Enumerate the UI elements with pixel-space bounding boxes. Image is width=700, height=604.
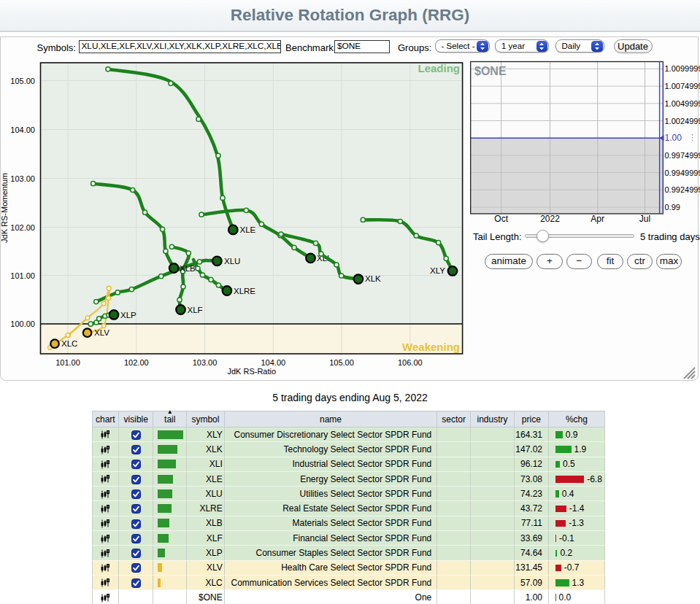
svg-text:Weakening: Weakening: [402, 341, 460, 353]
svg-text:0.9924999: 0.9924999: [665, 185, 700, 194]
svg-text:Jul: Jul: [639, 214, 650, 224]
svg-text:102.00: 102.00: [10, 223, 35, 232]
svg-text:106.00: 106.00: [398, 358, 423, 367]
svg-text:103.00: 103.00: [193, 358, 218, 367]
svg-text:JdK RS-Momentum: JdK RS-Momentum: [0, 173, 9, 243]
svg-text:JdK RS-Ratio: JdK RS-Ratio: [227, 367, 276, 376]
svg-text:1.0024999: 1.0024999: [665, 117, 700, 125]
svg-text:0.99: 0.99: [665, 203, 680, 212]
svg-text:$ONE: $ONE: [474, 65, 507, 77]
svg-text:104.00: 104.00: [261, 358, 285, 367]
svg-text:0.9974999: 0.9974999: [665, 151, 700, 160]
svg-text:XLE: XLE: [240, 225, 256, 234]
svg-text:Leading: Leading: [418, 62, 460, 74]
svg-text:XLRE: XLRE: [234, 287, 255, 295]
svg-text:XLP: XLP: [120, 311, 136, 320]
svg-text:XLK: XLK: [365, 274, 381, 283]
svg-text:XLY: XLY: [430, 266, 445, 275]
svg-text:1.0049999: 1.0049999: [665, 99, 700, 108]
svg-text:⋮: ⋮: [688, 133, 696, 142]
svg-text:103.00: 103.00: [10, 174, 35, 183]
svg-text:104.00: 104.00: [10, 125, 35, 134]
svg-text:Oct: Oct: [494, 214, 508, 224]
svg-text:1.0074999: 1.0074999: [665, 82, 700, 90]
svg-text:100.00: 100.00: [10, 320, 35, 328]
svg-text:XLC: XLC: [61, 339, 77, 348]
svg-text:XLU: XLU: [224, 257, 240, 266]
svg-text:101.00: 101.00: [10, 271, 35, 280]
svg-text:2022: 2022: [540, 214, 560, 224]
svg-text:XLV: XLV: [94, 328, 109, 337]
svg-text:XLB: XLB: [180, 264, 196, 273]
svg-text:1.0099999: 1.0099999: [665, 64, 700, 73]
svg-text:XLF: XLF: [188, 306, 203, 314]
svg-text:0.9949999: 0.9949999: [665, 169, 700, 177]
svg-text:1.00: 1.00: [665, 133, 682, 143]
svg-text:105.00: 105.00: [329, 358, 354, 367]
svg-text:101.00: 101.00: [55, 358, 80, 367]
svg-text:105.00: 105.00: [10, 77, 35, 85]
svg-text:Apr: Apr: [591, 214, 604, 224]
svg-text:102.00: 102.00: [124, 358, 149, 367]
